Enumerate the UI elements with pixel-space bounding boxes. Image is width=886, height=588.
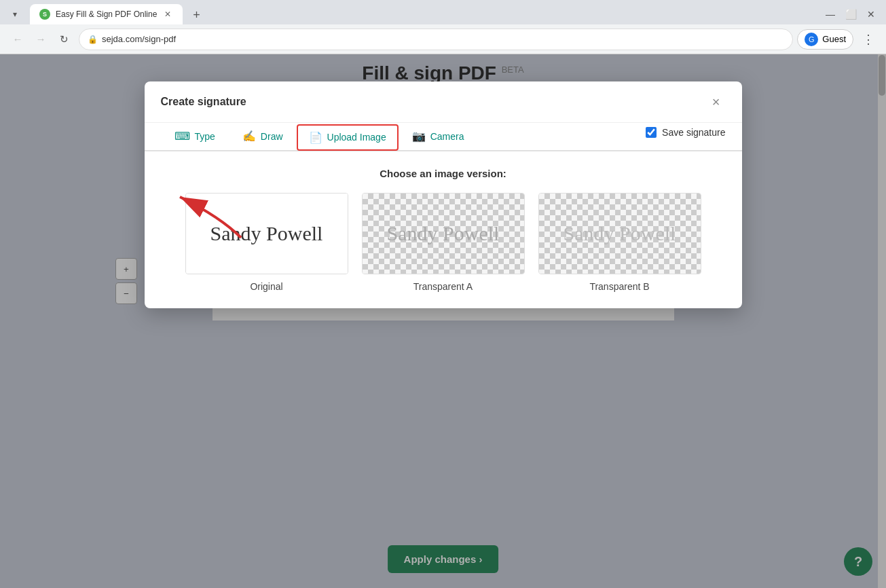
keyboard-icon: ⌨ bbox=[174, 130, 190, 143]
signature-text-original: Sandy Powell bbox=[210, 222, 323, 245]
tab-favicon: S bbox=[39, 9, 50, 20]
signature-options-container: Sandy Powell Original Sandy Powell Trans… bbox=[161, 193, 726, 292]
browser-menu-button[interactable]: ⋮ bbox=[857, 29, 879, 50]
upload-icon: 📄 bbox=[309, 131, 322, 144]
browser-toolbar: ← → ↻ 🔒 sejda.com/sign-pdf G Guest ⋮ bbox=[0, 24, 886, 54]
signature-preview-transparent-b: Sandy Powell bbox=[538, 193, 701, 274]
create-signature-modal: Create signature × ⌨ Type ✍ Draw 📄 Up bbox=[145, 81, 742, 308]
nav-buttons: ← → ↻ bbox=[7, 29, 75, 50]
tab-upload-label: Upload Image bbox=[327, 132, 386, 143]
browser-titlebar: ▾ S Easy Fill & Sign PDF Online ✕ + — ⬜ … bbox=[0, 0, 886, 24]
page-content: Fill & sign PDF BETA 1 With more than 10… bbox=[0, 54, 886, 588]
modal-body: Choose an image version: bbox=[145, 151, 742, 308]
save-signature-label: Save signature bbox=[662, 127, 725, 138]
modal-title: Create signature bbox=[161, 96, 246, 108]
address-text: sejda.com/sign-pdf bbox=[102, 34, 784, 44]
signature-option-transparent-a[interactable]: Sandy Powell Transparent A bbox=[362, 193, 525, 292]
reload-button[interactable]: ↻ bbox=[53, 29, 75, 50]
signature-option-transparent-b[interactable]: Sandy Powell Transparent B bbox=[538, 193, 701, 292]
signature-option-original[interactable]: Sandy Powell Original bbox=[185, 193, 348, 292]
tab-type-label: Type bbox=[195, 131, 215, 142]
option-label-original: Original bbox=[250, 281, 282, 292]
address-bar[interactable]: 🔒 sejda.com/sign-pdf bbox=[79, 29, 793, 50]
signature-preview-transparent-a: Sandy Powell bbox=[362, 193, 525, 274]
account-button[interactable]: G Guest bbox=[797, 29, 853, 50]
browser-tab-active[interactable]: S Easy Fill & Sign PDF Online ✕ bbox=[30, 4, 183, 24]
tab-camera[interactable]: 📷 Camera bbox=[399, 123, 478, 151]
tab-upload-image[interactable]: 📄 Upload Image bbox=[297, 124, 399, 151]
modal-overlay: Create signature × ⌨ Type ✍ Draw 📄 Up bbox=[0, 54, 886, 588]
tab-camera-label: Camera bbox=[430, 131, 464, 142]
minimize-button[interactable]: — bbox=[821, 5, 840, 24]
tab-draw-label: Draw bbox=[261, 131, 283, 142]
account-icon: G bbox=[805, 33, 818, 46]
tab-title: Easy Fill & Sign PDF Online bbox=[56, 10, 157, 19]
account-label: Guest bbox=[822, 34, 846, 44]
close-window-button[interactable]: ✕ bbox=[862, 5, 881, 24]
forward-button[interactable]: → bbox=[30, 29, 52, 50]
lock-icon: 🔒 bbox=[88, 35, 98, 44]
new-tab-button[interactable]: + bbox=[187, 5, 206, 24]
modal-close-button[interactable]: × bbox=[707, 92, 726, 111]
browser-chrome: ▾ S Easy Fill & Sign PDF Online ✕ + — ⬜ … bbox=[0, 0, 886, 54]
camera-icon: 📷 bbox=[412, 130, 426, 143]
signature-text-transparent-a: Sandy Powell bbox=[387, 222, 500, 245]
modal-header: Create signature × bbox=[145, 81, 742, 123]
back-button[interactable]: ← bbox=[7, 29, 29, 50]
tab-close-button[interactable]: ✕ bbox=[162, 9, 173, 20]
save-signature-section: Save signature bbox=[646, 127, 725, 146]
signature-preview-original: Sandy Powell bbox=[185, 193, 348, 274]
modal-tabs-row: ⌨ Type ✍ Draw 📄 Upload Image 📷 Camera bbox=[145, 123, 742, 151]
option-label-transparent-b: Transparent B bbox=[589, 281, 649, 292]
save-signature-checkbox[interactable] bbox=[646, 127, 657, 138]
draw-icon: ✍ bbox=[242, 130, 256, 143]
maximize-button[interactable]: ⬜ bbox=[841, 5, 860, 24]
tab-draw[interactable]: ✍ Draw bbox=[229, 123, 297, 151]
signature-text-transparent-b: Sandy Powell bbox=[564, 222, 676, 245]
choose-version-title: Choose an image version: bbox=[161, 168, 726, 179]
tab-type[interactable]: ⌨ Type bbox=[161, 123, 229, 151]
option-label-transparent-a: Transparent A bbox=[413, 281, 473, 292]
tab-list-button[interactable]: ▾ bbox=[5, 5, 24, 24]
